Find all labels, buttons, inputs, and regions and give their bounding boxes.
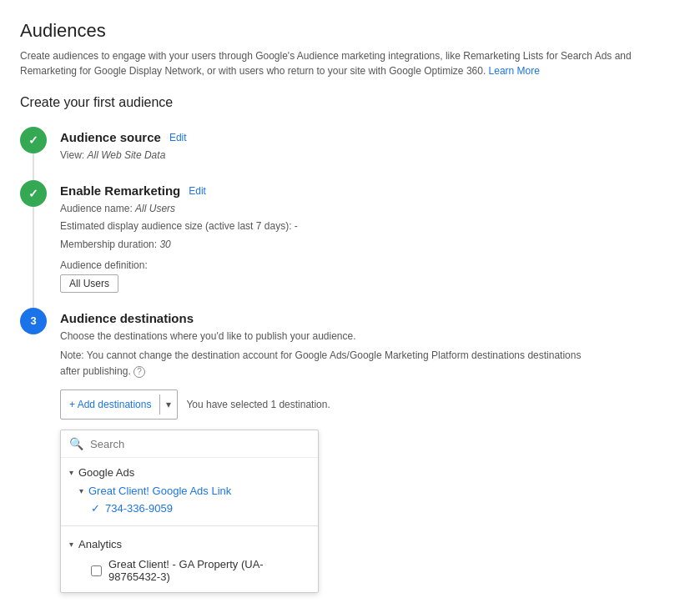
membership-value: 30 — [159, 239, 170, 250]
step-connector-2 — [33, 207, 34, 308]
google-ads-group-label: Google Ads — [78, 466, 134, 479]
step-1-label: Audience source — [60, 130, 161, 144]
question-mark-icon[interactable]: ? — [133, 366, 145, 378]
step-3-number: 3 — [30, 314, 36, 327]
step-audience-source: ✓ Audience source Edit View: All Web Sit… — [20, 127, 680, 165]
step-1-edit-link[interactable]: Edit — [169, 132, 187, 143]
step-2-size: Estimated display audience size (active … — [60, 219, 680, 234]
step-2-edit-link[interactable]: Edit — [189, 185, 206, 197]
dropdown-arrow-icon: ▾ — [160, 394, 177, 415]
analytics-subgroup: Great Client! - GA Property (UA-98765432… — [61, 554, 318, 587]
google-ads-group-header[interactable]: ▾ Google Ads — [61, 463, 318, 482]
checkmark-2-icon: ✓ — [28, 187, 38, 200]
add-destinations-label: + Add destinations — [61, 394, 160, 415]
analytics-group-header[interactable]: ▾ Analytics — [61, 535, 318, 554]
google-ads-item-1[interactable]: ✓ 734-336-9059 — [61, 500, 318, 517]
google-ads-subgroup: ▾ Great Client! Google Ads Link ✓ 734-33… — [61, 482, 318, 517]
section-title: Create your first audience — [20, 95, 680, 110]
step-2-icon: ✓ — [20, 180, 47, 207]
destination-selected-info: You have selected 1 destination. — [186, 399, 330, 410]
step-3-label: Audience destinations — [60, 311, 194, 325]
audience-name-prefix: Audience name: — [60, 203, 133, 214]
audience-name-value: All Users — [135, 203, 175, 214]
google-ads-group: ▾ Google Ads ▾ Great Client! Google Ads … — [61, 458, 318, 522]
destination-desc-1: Choose the destinations where you'd like… — [60, 329, 680, 344]
checked-icon: ✓ — [91, 502, 100, 515]
step-1-icon: ✓ — [20, 127, 47, 153]
analytics-group: ▾ Analytics Great Client! - GA Property … — [61, 530, 318, 592]
step-audience-destinations: 3 Audience destinations Choose the desti… — [20, 308, 680, 594]
step-2-membership: Membership duration: 30 — [60, 237, 680, 253]
add-destinations-button[interactable]: + Add destinations ▾ — [60, 389, 178, 420]
dropdown-divider — [61, 525, 318, 526]
learn-more-link[interactable]: Learn More — [489, 65, 540, 77]
step-3-content: Audience destinations Choose the destina… — [60, 308, 680, 594]
step-2-label: Enable Remarketing — [60, 183, 180, 198]
step-1-header: Audience source Edit — [60, 130, 680, 144]
destinations-dropdown: 🔍 ▾ Google Ads ▾ Great Client! Google Ad… — [60, 430, 319, 593]
search-icon: 🔍 — [69, 437, 83, 450]
step-1-content: Audience source Edit View: All Web Site … — [60, 127, 680, 165]
google-ads-subgroup-header[interactable]: ▾ Great Client! Google Ads Link — [61, 482, 318, 500]
destination-note-text1: Note: You cannot change the destination … — [60, 349, 525, 361]
step-enable-remarketing: ✓ Enable Remarketing Edit Audience name:… — [20, 180, 680, 293]
analytics-checkbox[interactable] — [91, 565, 102, 576]
audience-definition-tag: All Users — [60, 274, 118, 293]
step-2-header: Enable Remarketing Edit — [60, 183, 680, 198]
destination-note: Note: You cannot change the destination … — [60, 348, 680, 379]
analytics-chevron-icon: ▾ — [69, 540, 73, 549]
analytics-subgroup-label: Great Client! - GA Property (UA-98765432… — [108, 558, 288, 583]
destinations-row: + Add destinations ▾ You have selected 1… — [60, 389, 680, 420]
search-box: 🔍 — [61, 430, 318, 458]
google-ads-subgroup-label: Great Client! Google Ads Link — [88, 485, 231, 497]
checkmark-icon: ✓ — [28, 133, 38, 147]
analytics-subgroup-item[interactable]: Great Client! - GA Property (UA-98765432… — [61, 554, 318, 587]
step-1-view: View: All Web Site Data — [60, 148, 680, 163]
analytics-group-label: Analytics — [78, 538, 122, 550]
page-title: Audiences — [20, 20, 680, 42]
destination-note-text2: destinations — [527, 349, 581, 361]
google-ads-subgroup-chevron-icon: ▾ — [79, 486, 83, 495]
step-connector-1 — [33, 153, 34, 180]
step-2-audience-name: Audience name: All Users — [60, 201, 680, 217]
page-description: Create audiences to engage with your use… — [20, 48, 671, 78]
step-2-content: Enable Remarketing Edit Audience name: A… — [60, 180, 680, 293]
google-ads-chevron-icon: ▾ — [69, 468, 73, 477]
step-1-view-prefix: View: — [60, 149, 84, 161]
membership-label: Membership duration: — [60, 239, 157, 250]
step-1-view-value: All Web Site Data — [87, 149, 165, 161]
step-3-header: Audience destinations — [60, 311, 680, 325]
steps-container: ✓ Audience source Edit View: All Web Sit… — [20, 127, 680, 593]
search-input[interactable] — [90, 438, 310, 450]
step-3-icon: 3 — [20, 308, 47, 334]
destination-note-text3: after publishing. — [60, 365, 131, 377]
google-ads-item-1-label: 734-336-9059 — [105, 502, 173, 515]
audience-definition-label: Audience definition: — [60, 259, 680, 271]
